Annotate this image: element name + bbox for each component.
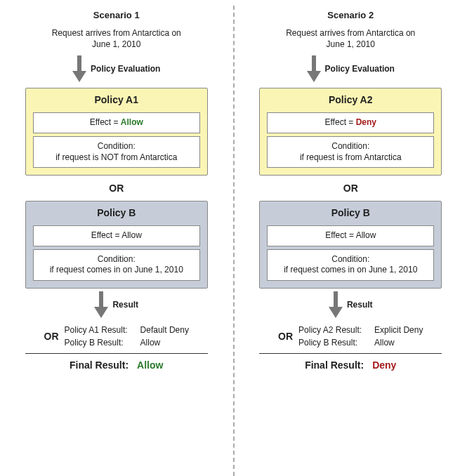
effect-prefix: Effect =	[325, 230, 355, 240]
effect-value: Deny	[356, 117, 376, 127]
results-grid: Policy A1 Result: Default Deny Policy B …	[65, 325, 189, 348]
policy-b-title: Policy B	[33, 204, 200, 223]
policy-b-result-label: Policy B Result:	[65, 338, 128, 348]
final-result-label: Final Result:	[305, 359, 364, 371]
results-block: OR Policy A1 Result: Default Deny Policy…	[44, 325, 189, 348]
request-line-2: June 1, 2010	[327, 39, 375, 49]
policy-a1-effect: Effect = Allow	[33, 112, 200, 133]
or-in-results: OR	[44, 331, 59, 342]
down-arrow-icon	[307, 55, 321, 82]
effect-value: Allow	[356, 230, 376, 240]
policy-a2-card: Policy A2 Effect = Deny Condition: if re…	[259, 88, 442, 176]
or-between-policies: OR	[109, 183, 124, 194]
down-arrow-icon	[94, 291, 108, 318]
policy-a1-title: Policy A1	[33, 91, 200, 110]
policy-a2-condition: Condition: if request is from Antarctica	[267, 136, 434, 168]
effect-value: Allow	[121, 117, 143, 127]
policy-a2-result-value: Explicit Deny	[374, 325, 423, 335]
arrow-result: Result	[94, 291, 138, 318]
policy-b-condition: Condition: if request comes in on June 1…	[267, 249, 434, 281]
scenario-2-request: Request arrives from Antarctica on June …	[286, 27, 415, 50]
policy-evaluation-label: Policy Evaluation	[91, 64, 160, 74]
scenario-1-request: Request arrives from Antarctica on June …	[52, 27, 181, 50]
policy-b-card-right: Policy B Effect = Allow Condition: if re…	[259, 201, 442, 289]
diagram-columns: Scenario 1 Request arrives from Antarcti…	[0, 0, 467, 476]
or-between-policies: OR	[343, 183, 358, 194]
policy-a2-result-label: Policy A2 Result:	[298, 325, 362, 335]
policy-evaluation-label: Policy Evaluation	[325, 64, 395, 74]
effect-prefix: Effect =	[90, 117, 121, 127]
policy-b-condition: Condition: if request comes in on June 1…	[33, 249, 200, 281]
policy-b-card-left: Policy B Effect = Allow Condition: if re…	[25, 201, 208, 289]
results-block: OR Policy A2 Result: Explicit Deny Polic…	[278, 325, 423, 348]
policy-b-effect: Effect = Allow	[267, 225, 434, 246]
condition-prefix: Condition:	[331, 141, 369, 151]
policy-a1-card: Policy A1 Effect = Allow Condition: if r…	[25, 88, 208, 176]
final-result-label: Final Result:	[70, 359, 129, 371]
result-divider	[25, 353, 208, 354]
final-result-line: Final Result: Deny	[305, 359, 396, 371]
policy-b-effect: Effect = Allow	[33, 225, 200, 246]
request-line-1: Request arrives from Antarctica on	[52, 28, 181, 38]
policy-a1-result-value: Default Deny	[140, 325, 189, 335]
condition-prefix: Condition:	[98, 254, 136, 264]
policy-a1-condition: Condition: if request is NOT from Antarc…	[33, 136, 200, 168]
or-in-results: OR	[278, 331, 293, 342]
result-divider	[259, 353, 442, 354]
policy-b-title: Policy B	[267, 204, 434, 223]
down-arrow-icon	[72, 55, 86, 82]
condition-prefix: Condition:	[98, 141, 136, 151]
request-line-1: Request arrives from Antarctica on	[286, 28, 415, 38]
request-line-2: June 1, 2010	[92, 39, 140, 49]
policy-b-result-value: Allow	[140, 338, 189, 348]
final-result-line: Final Result: Allow	[70, 359, 163, 371]
scenario-2-column: Scenario 2 Request arrives from Antarcti…	[235, 0, 468, 476]
final-result-value: Deny	[372, 359, 396, 371]
arrow-policy-evaluation: Policy Evaluation	[307, 55, 395, 82]
policy-a2-title: Policy A2	[267, 91, 434, 110]
result-label: Result	[112, 300, 138, 310]
condition-text: if request is NOT from Antarctica	[55, 152, 177, 162]
policy-a2-effect: Effect = Deny	[267, 112, 434, 133]
policy-a1-result-label: Policy A1 Result:	[65, 325, 128, 335]
down-arrow-icon	[329, 291, 343, 318]
results-grid: Policy A2 Result: Explicit Deny Policy B…	[298, 325, 423, 348]
scenario-1-title: Scenario 1	[93, 10, 140, 20]
arrow-result: Result	[329, 291, 373, 318]
final-result-value: Allow	[137, 359, 163, 371]
effect-prefix: Effect =	[325, 117, 356, 127]
policy-b-result-label: Policy B Result:	[298, 338, 362, 348]
effect-prefix: Effect =	[91, 230, 121, 240]
condition-text: if request comes in on June 1, 2010	[50, 265, 183, 275]
condition-prefix: Condition:	[331, 254, 369, 264]
scenario-2-title: Scenario 2	[327, 10, 374, 20]
arrow-policy-evaluation: Policy Evaluation	[72, 55, 160, 82]
policy-b-result-value: Allow	[374, 338, 423, 348]
condition-text: if request is from Antarctica	[300, 152, 402, 162]
result-label: Result	[347, 300, 373, 310]
effect-value: Allow	[121, 230, 142, 240]
scenario-1-column: Scenario 1 Request arrives from Antarcti…	[0, 0, 233, 476]
condition-text: if request comes in on June 1, 2010	[284, 265, 417, 275]
